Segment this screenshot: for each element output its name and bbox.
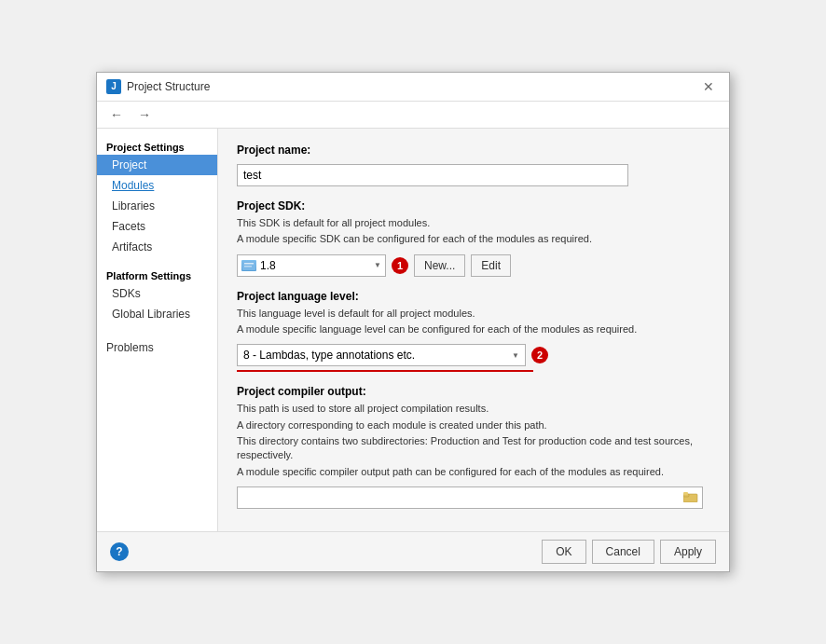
svg-rect-5 (683, 492, 688, 495)
lang-underline (237, 370, 533, 372)
lang-level-row: 8 - Lambdas, type annotations etc. ▼ 2 (237, 344, 710, 366)
sidebar: Project Settings Project Modules Librari… (97, 129, 218, 532)
help-button[interactable]: ? (110, 542, 129, 561)
lang-level-value: 8 - Lambdas, type annotations etc. (243, 349, 415, 362)
nav-bar: ← → (97, 102, 729, 129)
sidebar-item-libraries[interactable]: Libraries (97, 196, 217, 216)
forward-button[interactable]: → (134, 105, 155, 124)
lang-badge: 2 (531, 347, 548, 363)
apply-button[interactable]: Apply (660, 540, 716, 564)
compiler-section: Project compiler output: This path is us… (237, 385, 710, 509)
title-bar-left: J Project Structure (106, 79, 210, 94)
lang-level-desc1: This language level is default for all p… (237, 307, 710, 321)
sdk-dropdown-arrow: ▼ (374, 261, 381, 269)
compiler-desc3: This directory contains two subdirectori… (237, 434, 710, 463)
project-structure-dialog: J Project Structure ✕ ← → Project Settin… (96, 72, 730, 573)
sidebar-item-problems[interactable]: Problems (97, 332, 217, 358)
sdk-icon (241, 260, 256, 271)
sdk-field-row: 1.8 ▼ 1 New... Edit (237, 254, 710, 277)
platform-settings-label: Platform Settings (97, 265, 217, 283)
lang-level-title: Project language level: (237, 290, 710, 303)
main-content: Project Settings Project Modules Librari… (97, 129, 729, 532)
footer-buttons: OK Cancel Apply (542, 540, 716, 564)
lang-dropdown-arrow: ▼ (512, 351, 519, 360)
compiler-desc4: A module specific compiler output path c… (237, 465, 710, 479)
lang-section: Project language level: This language le… (237, 290, 710, 373)
app-icon: J (106, 79, 121, 94)
compiler-output-box (237, 486, 703, 509)
sidebar-divider2 (97, 324, 217, 332)
sidebar-divider (97, 257, 217, 265)
sidebar-item-facets[interactable]: Facets (97, 216, 217, 237)
ok-button[interactable]: OK (542, 540, 585, 564)
sdk-title: Project SDK: (237, 199, 710, 212)
sidebar-item-modules[interactable]: Modules (97, 175, 217, 196)
compiler-output-title: Project compiler output: (237, 385, 710, 398)
project-name-input[interactable] (237, 164, 628, 186)
back-button[interactable]: ← (106, 105, 127, 124)
svg-rect-1 (244, 263, 254, 265)
compiler-output-input[interactable] (241, 491, 683, 504)
lang-level-dropdown[interactable]: 8 - Lambdas, type annotations etc. ▼ (237, 344, 526, 366)
lang-level-desc2: A module specific language level can be … (237, 322, 710, 336)
new-sdk-button[interactable]: New... (414, 254, 465, 277)
edit-sdk-button[interactable]: Edit (471, 254, 511, 277)
project-settings-label: Project Settings (97, 136, 217, 155)
sidebar-item-artifacts[interactable]: Artifacts (97, 237, 217, 257)
dialog-title: Project Structure (127, 80, 210, 93)
sdk-desc2: A module specific SDK can be configured … (237, 232, 710, 246)
folder-browse-button[interactable] (683, 490, 698, 505)
sdk-value: 1.8 (260, 259, 276, 272)
sdk-section: Project SDK: This SDK is default for all… (237, 199, 710, 277)
sidebar-item-sdks[interactable]: SDKs (97, 283, 217, 304)
sdk-dropdown[interactable]: 1.8 ▼ (237, 254, 386, 277)
cancel-button[interactable]: Cancel (592, 540, 654, 564)
sidebar-item-project[interactable]: Project (97, 155, 217, 175)
project-name-label: Project name: (237, 144, 710, 157)
close-button[interactable]: ✕ (697, 78, 720, 95)
title-bar: J Project Structure ✕ (97, 73, 729, 102)
sdk-badge: 1 (392, 257, 408, 274)
compiler-desc1: This path is used to store all project c… (237, 402, 710, 416)
project-name-row (237, 164, 710, 186)
content-panel: Project name: Project SDK: This SDK is d… (218, 129, 729, 532)
svg-rect-2 (244, 266, 252, 267)
footer: ? OK Cancel Apply (97, 531, 729, 571)
compiler-desc2: A directory corresponding to each module… (237, 418, 710, 432)
sidebar-item-global-libraries[interactable]: Global Libraries (97, 304, 217, 324)
sdk-desc1: This SDK is default for all project modu… (237, 216, 710, 230)
